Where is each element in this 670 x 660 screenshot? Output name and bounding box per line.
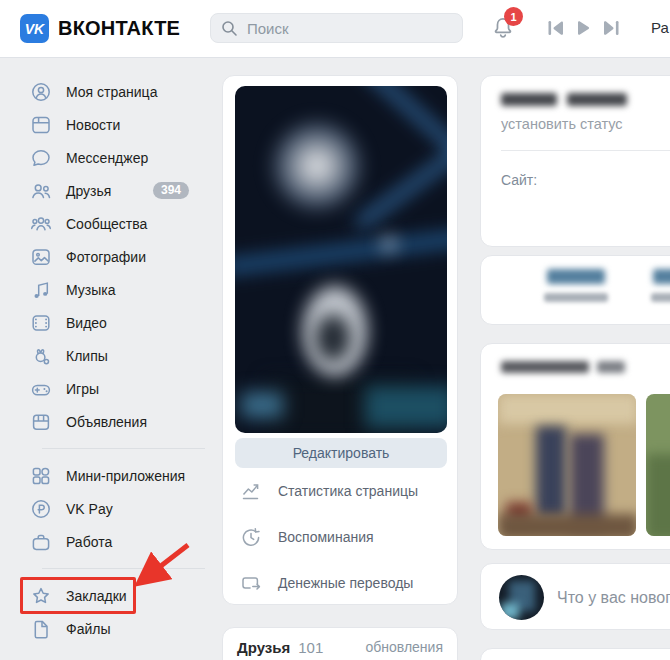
action-label: Воспоминания xyxy=(278,529,374,545)
sidebar-item-label: Сообщества xyxy=(66,216,147,232)
edit-profile-button[interactable]: Редактировать xyxy=(235,438,447,468)
brand-title: ВКОНТАКТЕ xyxy=(58,17,180,40)
sidebar-item-classifieds[interactable]: Объявления xyxy=(20,405,205,438)
sidebar-item-files[interactable]: Файлы xyxy=(20,612,205,645)
sidebar-item-bookmarks[interactable]: Закладки xyxy=(20,579,205,612)
sidebar-item-label: Моя страница xyxy=(66,84,157,100)
friends-card-title[interactable]: Друзья xyxy=(237,639,290,656)
blurred-counter-label xyxy=(651,293,670,302)
sidebar-item-label: Объявления xyxy=(66,414,147,430)
skip-forward-icon[interactable] xyxy=(603,21,619,35)
vk-pay-icon xyxy=(30,498,52,520)
blurred-counter-value[interactable] xyxy=(547,269,605,284)
blurred-photos-count xyxy=(597,361,625,373)
photo-light-glow xyxy=(269,118,365,214)
search-input[interactable] xyxy=(210,13,463,43)
vk-logo-mark: VK xyxy=(25,21,44,37)
search-icon xyxy=(220,19,238,37)
now-playing-label[interactable]: Ра xyxy=(651,19,670,36)
photo-blur-figure xyxy=(536,426,566,518)
profile-photo[interactable] xyxy=(235,86,447,433)
mini-apps-icon xyxy=(30,465,52,487)
sidebar-item-photos[interactable]: Фотографии xyxy=(20,240,205,273)
sidebar-item-label: Музыка xyxy=(66,282,116,298)
page-statistics-item[interactable]: Статистика страницы xyxy=(223,468,457,514)
profile-actions: Статистика страницы Воспоминания Денежны… xyxy=(223,468,457,606)
blurred-counter-value[interactable] xyxy=(653,269,670,284)
communities-icon xyxy=(30,213,52,235)
sidebar-item-label: Видео xyxy=(66,315,107,331)
files-icon xyxy=(30,618,52,640)
friends-count-badge: 394 xyxy=(153,182,189,199)
music-player-controls xyxy=(548,21,619,35)
news-icon xyxy=(30,114,52,136)
sidebar-item-clips[interactable]: Клипы xyxy=(20,339,205,372)
photo-bridge-band xyxy=(235,229,447,275)
messenger-icon xyxy=(30,147,52,169)
memories-item[interactable]: Воспоминания xyxy=(223,514,457,560)
profile-counters-card xyxy=(480,255,670,325)
bookmarks-icon xyxy=(30,585,52,607)
vk-logo[interactable]: VK xyxy=(20,14,49,43)
sidebar-item-games[interactable]: Игры xyxy=(20,372,205,405)
action-label: Статистика страницы xyxy=(278,483,418,499)
money-transfers-item[interactable]: Денежные переводы xyxy=(223,560,457,606)
sidebar-divider xyxy=(42,568,205,569)
sidebar-item-vk-pay[interactable]: VK Pay xyxy=(20,492,205,525)
photos-card xyxy=(480,343,670,550)
avatar-blur-area xyxy=(501,603,519,619)
next-card-partial xyxy=(480,648,670,660)
sidebar-item-my-page[interactable]: Моя страница xyxy=(20,75,205,108)
photo-thumbnail[interactable] xyxy=(498,394,636,536)
notification-count-badge: 1 xyxy=(504,7,523,26)
stats-icon xyxy=(240,480,262,502)
post-input[interactable]: Что у вас нового? xyxy=(557,564,670,631)
sidebar-item-label: Мессенджер xyxy=(66,150,148,166)
profile-card: Редактировать Статистика страницы Воспо xyxy=(222,75,458,605)
friends-card: Друзья 101 обновления xyxy=(222,627,458,660)
photo-thumbnail[interactable] xyxy=(646,394,670,536)
friends-updates-link[interactable]: обновления xyxy=(365,639,443,655)
sidebar-item-label: Закладки xyxy=(66,588,127,604)
sidebar-item-label: Мини-приложения xyxy=(66,468,185,484)
friends-card-count: 101 xyxy=(298,639,323,656)
sidebar-item-friends[interactable]: Друзья 394 xyxy=(20,174,205,207)
skip-back-icon[interactable] xyxy=(548,21,564,35)
ads-icon xyxy=(30,411,52,433)
photo-blur-area xyxy=(498,394,636,424)
photos-icon xyxy=(30,246,52,268)
set-status-link[interactable]: установить статус xyxy=(501,116,623,132)
photo-bridge-beam xyxy=(355,138,447,229)
info-divider xyxy=(501,150,670,151)
sidebar-item-news[interactable]: Новости xyxy=(20,108,205,141)
sidebar-item-jobs[interactable]: Работа xyxy=(20,525,205,558)
sidebar-item-music[interactable]: Музыка xyxy=(20,273,205,306)
photo-teal-area xyxy=(241,392,283,418)
blurred-photos-title xyxy=(501,361,589,373)
notifications-button[interactable]: 1 xyxy=(490,15,520,45)
top-header: VK ВКОНТАКТЕ 1 xyxy=(0,0,670,58)
blurred-counter-label xyxy=(544,293,608,302)
user-info-card: установить статус Сайт: xyxy=(480,75,670,247)
photo-teal-area xyxy=(365,386,447,428)
sidebar-item-video[interactable]: Видео xyxy=(20,306,205,339)
new-post-card: Что у вас нового? xyxy=(480,563,670,630)
photo-person-face xyxy=(315,314,351,362)
blurred-user-name xyxy=(501,93,557,106)
avatar[interactable] xyxy=(499,575,544,620)
photo-bridge-beam xyxy=(360,86,447,157)
sidebar-item-mini-apps[interactable]: Мини-приложения xyxy=(20,459,205,492)
sidebar-item-messenger[interactable]: Мессенджер xyxy=(20,141,205,174)
photo-light-dot xyxy=(383,238,395,250)
games-icon xyxy=(30,378,52,400)
photo-blur-area xyxy=(498,514,636,536)
photo-blur-area xyxy=(646,454,670,536)
memories-icon xyxy=(240,526,262,548)
friends-icon xyxy=(30,180,52,202)
sidebar-item-label: Файлы xyxy=(66,621,110,637)
profile-icon xyxy=(30,81,52,103)
play-icon[interactable] xyxy=(577,21,590,35)
sidebar-item-communities[interactable]: Сообщества xyxy=(20,207,205,240)
sidebar-item-label: Клипы xyxy=(66,348,108,364)
left-navigation: Моя страница Новости Мессенджер xyxy=(20,75,205,645)
